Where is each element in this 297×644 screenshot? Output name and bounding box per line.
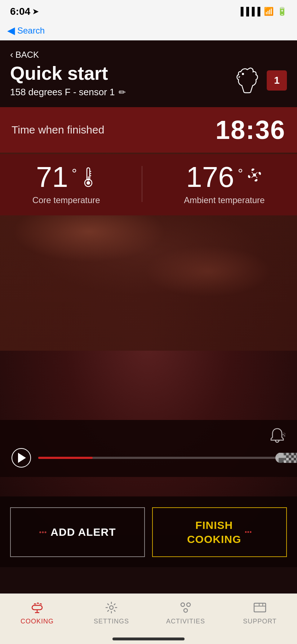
ambient-temp-number: 176 bbox=[186, 163, 234, 192]
signal-icon: ▐▐▐▐ bbox=[238, 7, 260, 16]
time-display: 6:04 bbox=[10, 6, 30, 17]
time-label: Time when finished bbox=[12, 124, 104, 136]
support-nav-label: SUPPORT bbox=[243, 618, 277, 625]
svg-point-22 bbox=[187, 603, 190, 606]
svg-point-12 bbox=[110, 606, 113, 609]
core-temp-value-row: 71 ° bbox=[36, 163, 96, 192]
settings-nav-label: SETTINGS bbox=[94, 618, 129, 625]
header-icons: 1 bbox=[233, 66, 287, 95]
back-label: BACK bbox=[15, 50, 39, 60]
page-header: ‹ BACK Quick start 158 degrees F - senso… bbox=[0, 40, 297, 104]
cooking-nav-label: COOKING bbox=[21, 618, 54, 625]
checkered-flag-icon bbox=[284, 453, 297, 463]
svg-line-17 bbox=[107, 604, 109, 605]
svg-rect-24 bbox=[254, 603, 266, 612]
svg-line-18 bbox=[114, 610, 115, 612]
edit-icon[interactable]: ✏ bbox=[119, 87, 126, 97]
ambient-temp-degree: ° bbox=[238, 166, 243, 181]
bell-icon[interactable] bbox=[269, 427, 285, 444]
time-value: 18:36 bbox=[216, 115, 285, 145]
subtitle-row: 158 degrees F - sensor 1 ✏ bbox=[10, 87, 126, 98]
time-card: Time when finished 18:36 bbox=[0, 107, 297, 153]
activities-icon bbox=[178, 600, 194, 615]
title-section: Quick start 158 degrees F - sensor 1 ✏ bbox=[10, 63, 126, 98]
core-temp-item: 71 ° Core temperature bbox=[32, 163, 100, 205]
svg-point-3 bbox=[87, 181, 90, 185]
chevron-left-icon: ‹ bbox=[10, 49, 13, 60]
svg-point-21 bbox=[181, 603, 185, 606]
search-label[interactable]: Search bbox=[17, 26, 45, 36]
page-title: Quick start bbox=[10, 63, 126, 84]
sensor-badge: 1 bbox=[267, 70, 287, 91]
play-triangle-icon bbox=[18, 453, 26, 463]
wifi-icon: 📶 bbox=[264, 7, 274, 16]
bell-row bbox=[12, 427, 285, 444]
battery-icon: 🔋 bbox=[277, 7, 287, 16]
location-arrow-icon: ➤ bbox=[32, 7, 39, 16]
ambient-temp-item: 176 ° bbox=[184, 163, 265, 205]
add-alert-label: ADD ALERT bbox=[50, 526, 116, 538]
temp-card: 71 ° Core temperature bbox=[0, 154, 297, 215]
add-alert-button[interactable]: ••• ADD ALERT bbox=[10, 507, 145, 557]
grill-icon bbox=[29, 600, 45, 615]
ambient-temp-label: Ambient temperature bbox=[184, 195, 265, 205]
support-icon bbox=[252, 600, 268, 615]
temperature-section: Time when finished 18:36 71 ° bbox=[0, 107, 297, 215]
finish-cooking-label: FINISHCOOKING bbox=[187, 518, 241, 546]
subtitle-text: 158 degrees F - sensor 1 bbox=[10, 87, 115, 98]
core-temp-label: Core temperature bbox=[32, 195, 100, 205]
svg-point-0 bbox=[242, 73, 244, 75]
header-row: Quick start 158 degrees F - sensor 1 ✏ 1 bbox=[10, 63, 287, 98]
progress-row bbox=[12, 448, 285, 468]
thermometer-icon bbox=[80, 166, 96, 188]
nav-item-cooking[interactable]: COOKING bbox=[0, 600, 74, 625]
svg-point-23 bbox=[184, 609, 187, 612]
settings-icon bbox=[103, 600, 119, 615]
svg-line-20 bbox=[107, 610, 109, 612]
nav-item-activities[interactable]: ACTIVITIES bbox=[148, 600, 223, 625]
chicken-icon bbox=[233, 66, 262, 95]
back-arrow-icon: ◀ bbox=[7, 25, 15, 36]
content-area: ‹ BACK Quick start 158 degrees F - senso… bbox=[0, 40, 297, 215]
svg-rect-9 bbox=[32, 605, 42, 610]
status-bar: 6:04 ➤ ▐▐▐▐ 📶 🔋 bbox=[0, 0, 297, 22]
nav-item-support[interactable]: SUPPORT bbox=[223, 600, 297, 625]
fan-icon bbox=[247, 167, 262, 183]
core-temp-number: 71 bbox=[36, 163, 68, 192]
home-indicator bbox=[112, 638, 185, 640]
temp-divider bbox=[142, 166, 142, 202]
play-button[interactable] bbox=[12, 448, 31, 468]
bottom-nav: COOKING SETTINGS ACTIVITIES bbox=[0, 593, 297, 644]
core-temp-degree: ° bbox=[72, 166, 77, 181]
activities-nav-label: ACTIVITIES bbox=[166, 618, 205, 625]
svg-line-19 bbox=[114, 604, 115, 605]
status-time: 6:04 ➤ bbox=[10, 6, 39, 17]
back-button[interactable]: ‹ BACK bbox=[10, 49, 287, 60]
ambient-temp-value-row: 176 ° bbox=[186, 163, 262, 192]
app-container: ‹ BACK Quick start 158 degrees F - senso… bbox=[0, 40, 297, 614]
nav-item-settings[interactable]: SETTINGS bbox=[74, 600, 148, 625]
status-icons: ▐▐▐▐ 📶 🔋 bbox=[238, 7, 287, 16]
progress-bar-container[interactable] bbox=[38, 457, 285, 459]
finish-cooking-button[interactable]: FINISHCOOKING ••• bbox=[152, 507, 287, 557]
progress-bar-fill bbox=[38, 457, 93, 459]
browser-nav-bar: ◀ Search bbox=[0, 22, 297, 40]
